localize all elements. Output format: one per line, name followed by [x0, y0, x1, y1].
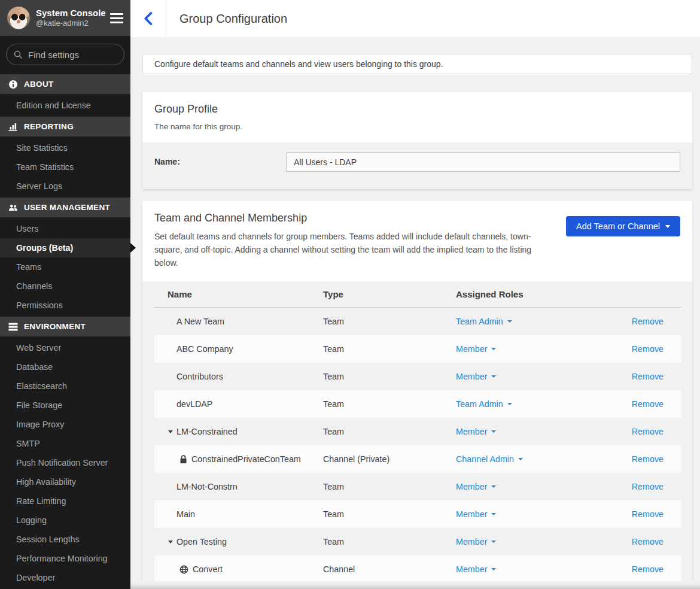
chevron-down-icon: [665, 225, 670, 228]
cell-role: Member: [456, 372, 616, 381]
avatar[interactable]: [7, 7, 30, 29]
sidebar-item-database[interactable]: Database: [0, 357, 130, 377]
chevron-down-icon: [507, 320, 512, 323]
sidebar-item-team-statistics[interactable]: Team Statistics: [0, 157, 130, 177]
page-content: Configure default teams and channels and…: [130, 37, 700, 589]
remove-link[interactable]: Remove: [632, 482, 664, 491]
sidebar-item-edition-and-license[interactable]: Edition and License: [0, 96, 130, 115]
remove-link[interactable]: Remove: [632, 509, 664, 519]
cell-name: LM-Constrained: [154, 427, 323, 436]
cell-role: Member: [456, 509, 616, 519]
role-label: Member: [456, 372, 487, 381]
back-button[interactable]: [130, 0, 166, 37]
sidebar-item-elasticsearch[interactable]: Elasticsearch: [0, 377, 130, 396]
sidebar-item-image-proxy[interactable]: Image Proxy: [0, 415, 130, 434]
sidebar-item-file-storage[interactable]: File Storage: [0, 396, 130, 415]
remove-link[interactable]: Remove: [632, 399, 664, 409]
row-name: LM-Constrained: [176, 427, 238, 436]
group-name-input[interactable]: [286, 152, 680, 172]
remove-link[interactable]: Remove: [632, 564, 664, 574]
role-dropdown[interactable]: Member: [456, 537, 496, 547]
sidebar-item-performance-monitoring[interactable]: Performance Monitoring: [0, 549, 130, 568]
sidebar-item-users[interactable]: Users: [0, 219, 130, 238]
table-row: A New TeamTeamTeam AdminRemove: [154, 308, 681, 335]
cell-role: Member: [456, 564, 616, 574]
sidebar-item-push-notification-server[interactable]: Push Notification Server: [0, 453, 130, 472]
cell-name: A New Team: [154, 317, 323, 326]
sidebar-item-teams[interactable]: Teams: [0, 257, 130, 277]
role-label: Member: [456, 482, 487, 491]
add-team-or-channel-button[interactable]: Add Team or Channel: [566, 216, 680, 236]
sidebar-search: Find settings: [0, 36, 130, 72]
role-label: Member: [456, 344, 487, 354]
sidebar-item-rate-limiting[interactable]: Rate Limiting: [0, 491, 130, 511]
cell-remove: Remove: [616, 454, 681, 464]
membership-header-text: Team and Channel Membership Set default …: [154, 212, 552, 269]
column-header-assigned-roles: Assigned Roles: [456, 289, 616, 299]
role-dropdown[interactable]: Member: [456, 564, 496, 574]
sidebar-item-session-lengths[interactable]: Session Lengths: [0, 530, 130, 549]
role-dropdown[interactable]: Member: [456, 344, 496, 354]
table-row: ConvertChannelMemberRemove: [154, 555, 681, 583]
membership-description: Set default teams and channels for group…: [154, 230, 552, 269]
role-dropdown[interactable]: Team Admin: [456, 317, 512, 326]
sidebar-item-site-statistics[interactable]: Site Statistics: [0, 138, 130, 157]
role-dropdown[interactable]: Member: [456, 509, 496, 519]
cell-role: Member: [456, 537, 616, 547]
cell-type: Team: [323, 509, 456, 519]
row-name: Main: [176, 509, 195, 519]
sidebar-item-server-logs[interactable]: Server Logs: [0, 177, 130, 196]
sidebar-item-channels[interactable]: Channels: [0, 277, 130, 296]
user-handle: @katie-admin2: [36, 19, 104, 28]
remove-link[interactable]: Remove: [632, 454, 664, 464]
cell-remove: Remove: [616, 537, 681, 547]
remove-link[interactable]: Remove: [632, 344, 664, 354]
cell-type: Channel (Private): [323, 454, 456, 464]
sidebar-item-web-server[interactable]: Web Server: [0, 338, 130, 357]
sidebar-section-label: ABOUT: [24, 80, 54, 89]
role-label: Member: [456, 537, 487, 547]
row-name: ConstrainedPrivateConTeam: [191, 454, 301, 464]
table-row: ConstrainedPrivateConTeamChannel (Privat…: [154, 445, 681, 473]
cell-type: Team: [323, 317, 456, 326]
sidebar-nav: ABOUTEdition and LicenseREPORTINGSite St…: [0, 74, 130, 587]
remove-link[interactable]: Remove: [632, 427, 664, 436]
page-header: Group Configuration: [130, 0, 700, 37]
cell-type: Team: [323, 427, 456, 436]
sidebar-item-logging[interactable]: Logging: [0, 511, 130, 530]
cell-remove: Remove: [616, 399, 681, 409]
search-input[interactable]: Find settings: [6, 44, 124, 65]
sidebar-item-high-availability[interactable]: High Availability: [0, 472, 130, 491]
sidebar-item-smtp[interactable]: SMTP: [0, 434, 130, 453]
menu-icon[interactable]: [110, 13, 123, 23]
membership-header: Team and Channel Membership Set default …: [142, 201, 692, 281]
role-dropdown[interactable]: Member: [456, 482, 496, 491]
cell-role: Member: [456, 427, 616, 436]
sidebar-section-label: REPORTING: [24, 122, 74, 131]
chevron-down-icon: [491, 541, 496, 543]
role-dropdown[interactable]: Member: [456, 372, 496, 381]
remove-link[interactable]: Remove: [632, 372, 664, 381]
group-profile-title: Group Profile: [154, 103, 680, 116]
collapse-caret-icon[interactable]: [168, 430, 173, 433]
chevron-down-icon: [491, 513, 496, 515]
role-dropdown[interactable]: Team Admin: [456, 399, 512, 409]
table-row: ContributorsTeamMemberRemove: [154, 363, 681, 390]
sidebar-item-permissions[interactable]: Permissions: [0, 296, 130, 315]
server-list-icon: [8, 323, 18, 331]
cell-remove: Remove: [616, 482, 681, 491]
sidebar-item-groups-beta[interactable]: Groups (Beta): [0, 238, 130, 257]
role-dropdown[interactable]: Channel Admin: [456, 454, 523, 464]
collapse-caret-icon[interactable]: [168, 541, 173, 544]
bar-chart-icon: [8, 122, 18, 131]
table-body: A New TeamTeamTeam AdminRemoveABC Compan…: [154, 308, 681, 583]
sidebar-item-developer[interactable]: Developer: [0, 568, 130, 587]
row-name: devLDAP: [176, 399, 212, 409]
remove-link[interactable]: Remove: [632, 317, 664, 326]
cell-remove: Remove: [616, 344, 681, 354]
remove-link[interactable]: Remove: [632, 537, 664, 547]
role-label: Channel Admin: [456, 454, 514, 464]
cell-role: Channel Admin: [456, 454, 616, 464]
role-dropdown[interactable]: Member: [456, 427, 496, 436]
membership-title: Team and Channel Membership: [154, 212, 552, 224]
